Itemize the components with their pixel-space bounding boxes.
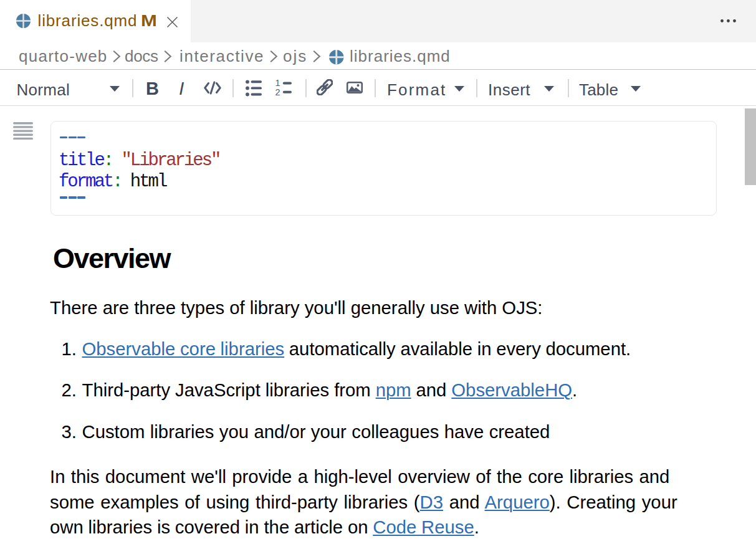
svg-text:1: 1 [275, 79, 280, 88]
svg-text:2: 2 [275, 87, 280, 97]
